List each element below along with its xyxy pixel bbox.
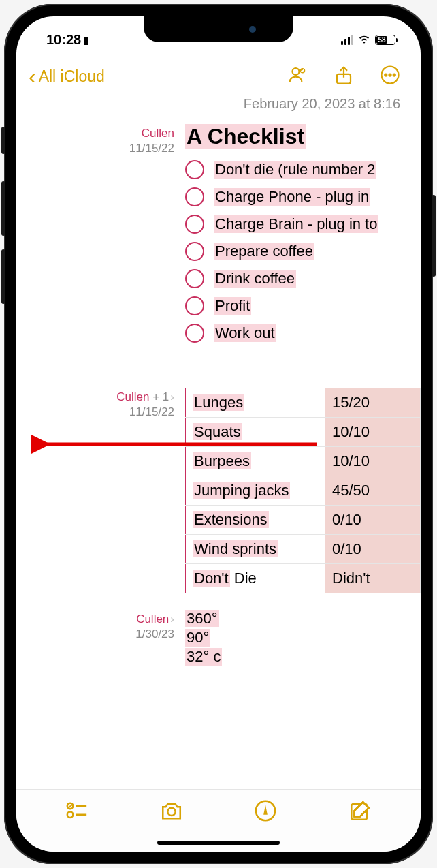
note-timestamp: February 20, 2023 at 8:16 [16,93,421,121]
checklist-button[interactable] [65,799,88,825]
temp-line: 90° [185,629,210,647]
attribution[interactable]: Cullen› 1/30/23 [16,610,185,667]
table-row[interactable]: Lunges15/20 [186,388,421,418]
check-item[interactable]: Don't die (rule number 2 [185,160,421,179]
check-circle[interactable] [185,242,204,261]
back-button[interactable]: ‹ All iCloud [29,65,105,87]
note-content[interactable]: February 20, 2023 at 8:16 Cullen 11/15/2… [16,93,421,792]
check-circle[interactable] [185,187,204,206]
check-item[interactable]: Profit [185,296,421,315]
check-item[interactable]: Drink coffee [185,269,421,288]
arrow-annotation [31,434,317,454]
temp-line: 360° [185,610,219,627]
wifi-icon [357,31,371,48]
temp-line: 32° c [185,648,222,666]
workout-table[interactable]: Lunges15/20Squats10/10Burpees10/10Jumpin… [185,388,421,593]
check-circle[interactable] [185,160,204,179]
svg-point-4 [385,74,387,76]
check-circle[interactable] [185,296,204,315]
check-text: Prepare coffee [214,243,314,260]
attribution[interactable]: Cullen + 1› 11/15/22 [16,388,185,593]
chevron-left-icon: ‹ [29,65,36,87]
collaborate-button[interactable] [287,65,308,88]
svg-point-0 [293,68,300,75]
svg-point-12 [167,808,175,816]
check-text: Charge Brain - plug in to [214,215,378,233]
check-text: Profit [214,297,251,315]
check-text: Charge Phone - plug in [214,188,370,206]
check-text: Don't die (rule number 2 [214,161,376,179]
check-item[interactable]: Prepare coffee [185,242,421,261]
signal-icon [341,35,353,45]
share-button[interactable] [334,65,354,88]
attribution[interactable]: Cullen 11/15/22 [16,124,185,351]
check-text: Drink coffee [214,270,296,288]
svg-point-10 [67,811,74,818]
table-row[interactable]: Wind sprints0/10 [186,535,421,564]
more-button[interactable] [380,65,400,88]
check-circle[interactable] [185,269,204,288]
check-item[interactable]: Charge Brain - plug in to [185,215,421,234]
status-time: 10:28 [46,32,81,48]
markup-button[interactable] [254,799,277,825]
compose-button[interactable] [349,799,372,825]
table-row[interactable]: Extensions0/10 [186,506,421,535]
table-row[interactable]: Jumping jacks45/50 [186,476,421,506]
camera-button[interactable] [160,799,183,825]
svg-point-5 [389,74,391,76]
back-label: All iCloud [39,67,105,86]
battery-icon: 58 [375,35,398,45]
check-circle[interactable] [185,324,204,343]
check-item[interactable]: Work out [185,324,421,343]
svg-point-6 [393,74,395,76]
table-row[interactable]: Don't DieDidn't [186,564,421,593]
check-text: Work out [214,324,276,342]
note-title: A Checklist [185,124,306,149]
sim-icon: ▮ [84,35,89,46]
home-indicator[interactable] [157,841,280,845]
check-circle[interactable] [185,215,204,234]
check-item[interactable]: Charge Phone - plug in [185,187,421,206]
